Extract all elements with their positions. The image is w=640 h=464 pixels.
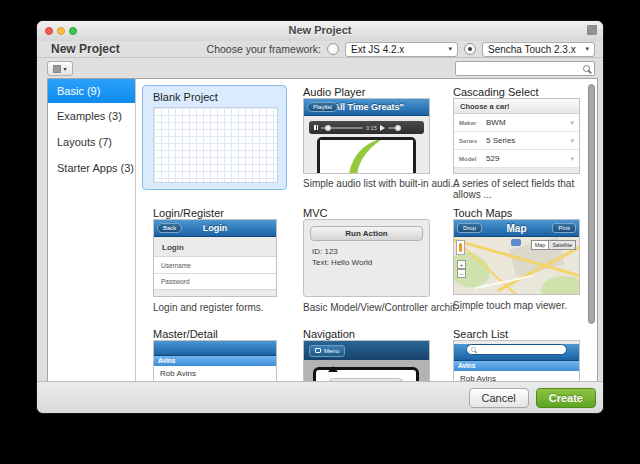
radio-sencha-touch[interactable] <box>464 43 476 55</box>
cancel-button[interactable]: Cancel <box>469 388 529 408</box>
map-satellite-toggle: Map Satellite <box>531 240 576 250</box>
view-options-button[interactable]: ▾ <box>47 61 73 76</box>
slider-knob <box>395 125 401 131</box>
category-sidebar: Basic (9) Examples (3) Layouts (7) Start… <box>48 79 136 382</box>
chevron-down-icon: ▾ <box>570 119 579 127</box>
seek-slider <box>321 127 363 129</box>
framework-chooser: Choose your framework: Ext JS 4.2.x ▾ Se… <box>207 42 595 57</box>
volume-slider <box>388 127 401 129</box>
pause-icon <box>314 125 318 130</box>
template-caption: Basic Model/View/Controller archit... <box>303 302 463 313</box>
sencha-touch-version-select[interactable]: Sencha Touch 2.3.x ▾ <box>482 42 595 57</box>
template-tile-touch-maps[interactable]: Drop Map Pins Map Satellite <box>453 219 580 295</box>
drop-button: Drop <box>457 223 482 233</box>
zoom-out-icon: − <box>457 269 466 278</box>
map-toggle-option: Map <box>531 240 550 250</box>
login-section-label: Login <box>162 243 276 252</box>
sencha-swoosh-icon <box>320 140 413 174</box>
navigation-header: Menu <box>304 341 429 360</box>
template-caption: A series of select fields that allows ..… <box>453 178 597 200</box>
select-field-row: Series 5 Series ▾ <box>454 132 579 150</box>
template-tile-navigation[interactable]: Menu ⌂ Home <box>303 340 430 382</box>
audio-controls: 0:15 <box>309 121 424 134</box>
template-caption: Simple touch map viewer. <box>453 300 567 311</box>
chevron-down-icon: ▾ <box>63 65 66 72</box>
pegman-icon <box>456 240 465 255</box>
template-title: Touch Maps <box>453 207 512 219</box>
chevron-down-icon: ▾ <box>570 155 579 163</box>
chevron-down-icon: ▾ <box>585 45 589 53</box>
template-tile-cascading-select[interactable]: Choose a car! Maker BWM ▾ Series 5 Serie… <box>453 98 580 174</box>
sidebar-item-examples[interactable]: Examples (3) <box>48 103 135 129</box>
template-caption: Simple audio list with built-in audi... <box>303 178 459 189</box>
template-title: Navigation <box>303 328 355 340</box>
username-field: Username <box>154 256 276 273</box>
chevron-down-icon: ▾ <box>570 137 579 145</box>
sidebar-item-starter-apps[interactable]: Starter Apps (3) <box>48 155 135 181</box>
dialog-footer: Cancel Create <box>37 381 603 413</box>
slider-knob <box>325 125 331 131</box>
sencha-touch-version-value: Sencha Touch 2.3.x <box>488 44 576 55</box>
template-title: Master/Detail <box>153 328 218 340</box>
playlist-back-button: Playlist <box>307 102 338 112</box>
template-tile-login-register[interactable]: Back Login Login Username Password <box>153 219 277 297</box>
form-header: Choose a car! <box>454 99 579 114</box>
map-preview: Map Satellite + − <box>454 237 579 294</box>
map-zoom-control: + − <box>457 260 466 278</box>
create-button[interactable]: Create <box>536 388 596 408</box>
blank-grid-preview <box>153 107 278 183</box>
sidebar-item-basic[interactable]: Basic (9) <box>48 79 135 103</box>
album-art-frame <box>317 137 416 174</box>
template-tile-mvc[interactable]: Run Action ID: 123 Text: Hello World <box>303 219 430 297</box>
vertical-scrollbar[interactable] <box>588 84 595 324</box>
template-tile-search-list[interactable]: Avins Rob Avins <box>453 340 580 382</box>
volume-icon <box>380 125 385 131</box>
chevron-down-icon: ▾ <box>448 45 452 53</box>
sidebar-item-layouts[interactable]: Layouts (7) <box>48 129 135 155</box>
run-action-button: Run Action <box>310 226 423 241</box>
dialog-header: New Project Choose your framework: Ext J… <box>37 41 603 58</box>
resize-icon[interactable] <box>587 25 597 35</box>
template-title: Cascading Select <box>453 86 539 98</box>
time-label: 0:15 <box>366 125 377 131</box>
extjs-version-value: Ext JS 4.2.x <box>351 44 404 55</box>
back-button: Back <box>157 223 182 233</box>
menu-icon <box>315 348 321 353</box>
pins-button: Pins <box>552 223 576 233</box>
template-grid: Blank Project Audio Player Playlist "All… <box>137 79 597 382</box>
framework-label: Choose your framework: <box>207 43 321 55</box>
search-icon <box>583 65 590 72</box>
menu-popup: ⌂ Home <box>313 367 419 382</box>
new-project-window: New Project New Project Choose your fram… <box>36 20 604 414</box>
extjs-version-select[interactable]: Ext JS 4.2.x ▾ <box>345 42 458 57</box>
window-title: New Project <box>37 24 603 36</box>
list-item: Rob Avins <box>154 366 276 382</box>
template-caption: Login and register forms. <box>153 302 264 313</box>
template-title: Audio Player <box>303 86 365 98</box>
template-title: MVC <box>303 207 327 219</box>
list-search-field <box>466 344 567 355</box>
select-field-row: Maker BWM ▾ <box>454 114 579 132</box>
highway-badge-icon <box>511 239 521 246</box>
template-title: Login/Register <box>153 207 224 219</box>
template-tile-master-detail[interactable]: Avins Rob Avins <box>153 340 277 382</box>
zoom-in-icon: + <box>457 260 466 269</box>
toolbar: ▾ <box>37 59 603 78</box>
mvc-output-line: ID: 123 <box>304 246 429 257</box>
search-icon <box>471 347 476 352</box>
mvc-output-line: Text: Hello World <box>304 257 429 268</box>
template-title: Blank Project <box>153 91 276 103</box>
page-title: New Project <box>51 42 120 56</box>
list-group-header: Avins <box>154 356 276 366</box>
navigation-body: ⌂ Home <box>304 360 429 382</box>
password-field: Password <box>154 273 276 290</box>
list-group-header: Avins <box>454 361 579 371</box>
search-input[interactable] <box>455 61 595 76</box>
template-tile-audio-player[interactable]: Playlist "All Time Greats" 0:15 <box>303 98 430 174</box>
template-tile-blank-project[interactable]: Blank Project <box>142 85 287 190</box>
radio-extjs[interactable] <box>327 43 339 55</box>
menu-button: Menu <box>309 345 345 357</box>
desktop-background: New Project New Project Choose your fram… <box>0 0 640 464</box>
window-titlebar: New Project <box>37 21 603 41</box>
view-options-icon <box>53 65 61 73</box>
